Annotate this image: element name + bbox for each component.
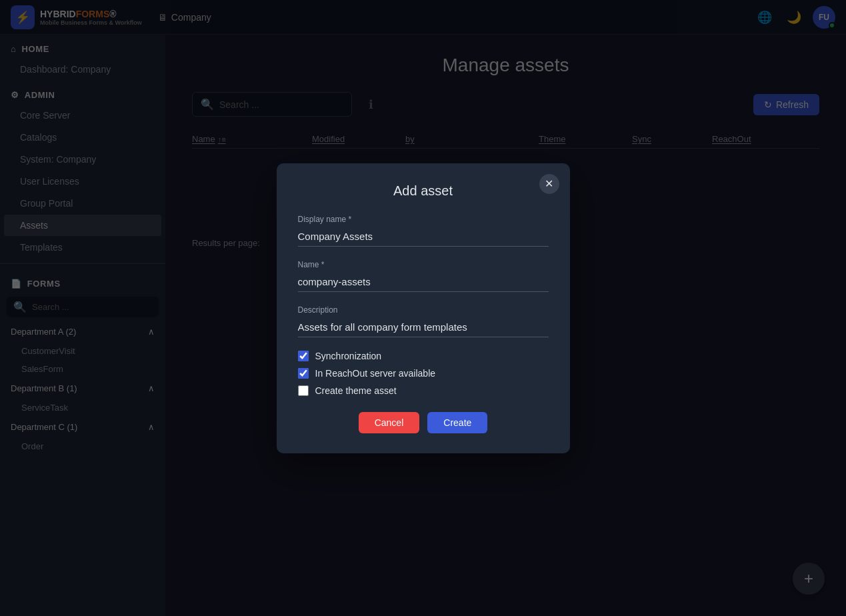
name-input[interactable] bbox=[298, 272, 549, 292]
description-label: Description bbox=[298, 305, 549, 315]
description-field: Description bbox=[298, 305, 549, 337]
modal-overlay[interactable]: Add asset ✕ Display name * Name * Descri… bbox=[0, 0, 846, 616]
display-name-label: Display name * bbox=[298, 215, 549, 224]
reachout-checkbox-item[interactable]: In ReachOut server available bbox=[298, 368, 549, 379]
add-asset-modal: Add asset ✕ Display name * Name * Descri… bbox=[277, 163, 570, 453]
name-field: Name * bbox=[298, 260, 549, 292]
description-input[interactable] bbox=[298, 317, 549, 337]
reachout-checkbox[interactable] bbox=[298, 368, 309, 379]
display-name-input[interactable] bbox=[298, 227, 549, 247]
sync-label: Synchronization bbox=[315, 351, 382, 361]
theme-checkbox-item[interactable]: Create theme asset bbox=[298, 385, 549, 396]
display-name-field: Display name * bbox=[298, 215, 549, 247]
modal-title: Add asset bbox=[298, 183, 549, 199]
modal-actions: Cancel Create bbox=[298, 412, 549, 433]
reachout-label: In ReachOut server available bbox=[315, 368, 436, 379]
modal-close-button[interactable]: ✕ bbox=[539, 174, 559, 194]
checkbox-group: Synchronization In ReachOut server avail… bbox=[298, 351, 549, 396]
sync-checkbox-item[interactable]: Synchronization bbox=[298, 351, 549, 361]
theme-label: Create theme asset bbox=[315, 385, 397, 396]
create-button[interactable]: Create bbox=[427, 412, 487, 433]
name-label: Name * bbox=[298, 260, 549, 269]
theme-checkbox[interactable] bbox=[298, 385, 309, 396]
cancel-button[interactable]: Cancel bbox=[359, 412, 420, 433]
sync-checkbox[interactable] bbox=[298, 351, 309, 361]
